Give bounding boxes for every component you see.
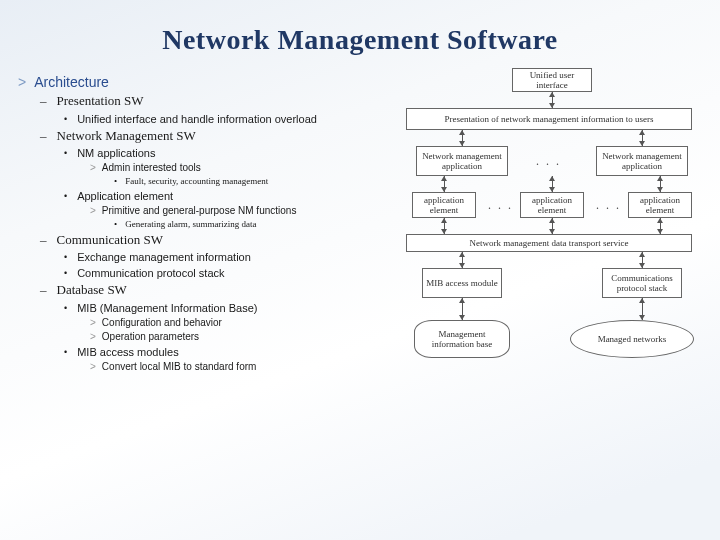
subbullet-admin-tools: Admin interested tools — [90, 162, 388, 175]
ellipsis-icon: . . . — [596, 198, 621, 213]
arrow-icon — [639, 298, 645, 303]
arrow-icon — [657, 176, 663, 181]
bullet-app-element: Application element — [64, 189, 388, 204]
tinybullet-gen-alarm: Generating alarm, summarizing data — [114, 219, 388, 231]
bullet-mib-access: MIB access modules — [64, 345, 388, 360]
box-app-element-right: application element — [628, 192, 692, 218]
heading-nm-sw: Network Management SW — [40, 128, 388, 145]
subbullet-config-behavior: Configuration and behavior — [90, 317, 388, 330]
heading-presentation-sw: Presentation SW — [40, 93, 388, 110]
box-mib-store: Management information base — [414, 320, 510, 358]
subbullet-primitive-nm: Primitive and general-purpose NM functio… — [90, 205, 388, 218]
arrow-icon — [441, 218, 447, 223]
arrow-icon — [639, 130, 645, 135]
slide-title: Network Management Software — [18, 24, 702, 56]
ellipsis-icon: . . . — [488, 198, 513, 213]
box-managed-networks: Managed networks — [570, 320, 694, 358]
box-transport: Network management data transport servic… — [406, 234, 692, 252]
arrow-icon — [549, 92, 555, 97]
slide: Network Management Software Architecture… — [0, 0, 720, 540]
arrow-icon — [549, 176, 555, 181]
content-columns: Architecture Presentation SW Unified int… — [18, 74, 702, 444]
bullet-nm-applications: NM applications — [64, 146, 388, 161]
bullet-unified-interface: Unified interface and handle information… — [64, 112, 388, 127]
bullet-exchange-info: Exchange management information — [64, 250, 388, 265]
arrow-icon — [459, 298, 465, 303]
box-comm-stack: Communications protocol stack — [602, 268, 682, 298]
bullet-mib: MIB (Management Information Base) — [64, 301, 388, 316]
heading-communication-sw: Communication SW — [40, 232, 388, 249]
heading-architecture: Architecture — [18, 74, 388, 92]
subbullet-convert-mib: Convert local MIB to standard form — [90, 361, 388, 374]
box-presentation: Presentation of network management infor… — [406, 108, 692, 130]
box-unified-ui: Unified user interface — [512, 68, 592, 92]
box-mib-access: MIB access module — [422, 268, 502, 298]
diagram-column: Unified user interface Presentation of n… — [396, 74, 702, 444]
arrow-icon — [459, 130, 465, 135]
bullet-protocol-stack: Communication protocol stack — [64, 266, 388, 281]
outline-column: Architecture Presentation SW Unified int… — [18, 74, 388, 444]
arrow-icon — [459, 252, 465, 257]
heading-database-sw: Database SW — [40, 282, 388, 299]
arrow-icon — [549, 218, 555, 223]
arrow-icon — [657, 218, 663, 223]
subbullet-op-params: Operation parameters — [90, 331, 388, 344]
box-nm-app-right: Network management application — [596, 146, 688, 176]
box-app-element-mid: application element — [520, 192, 584, 218]
box-app-element-left: application element — [412, 192, 476, 218]
box-nm-app-left: Network management application — [416, 146, 508, 176]
ellipsis-icon: . . . — [536, 154, 561, 169]
architecture-diagram: Unified user interface Presentation of n… — [396, 74, 702, 444]
arrow-icon — [441, 176, 447, 181]
tinybullet-fault-sec: Fault, security, accounting management — [114, 176, 388, 188]
arrow-icon — [639, 252, 645, 257]
